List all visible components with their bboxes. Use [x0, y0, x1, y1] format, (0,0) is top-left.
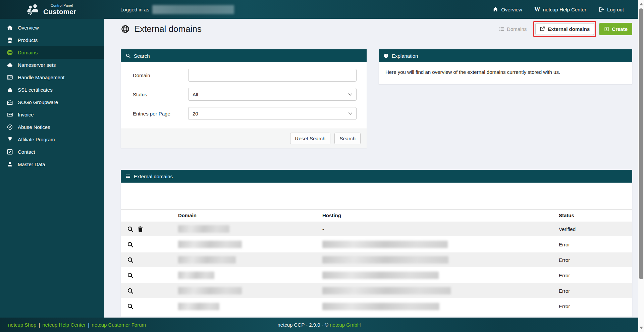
view-row-icon[interactable] — [127, 256, 134, 264]
explanation-text: Here you will find an overview of the ex… — [379, 62, 632, 84]
topnav-help-center-label: netcup Help Center — [543, 7, 586, 12]
sidebar-item-contact[interactable]: Contact — [0, 146, 104, 158]
scrollbar[interactable] — [638, 0, 644, 332]
sidebar-item-label: Affiliate Program — [18, 137, 55, 142]
plus-square-icon — [604, 27, 609, 32]
explanation-panel: Explanation Here you will find an overvi… — [379, 49, 632, 84]
sidebar-item-ssl-certificates[interactable]: SSL certificates — [0, 84, 104, 96]
frown-icon — [7, 124, 13, 130]
sidebar-item-label: SOGo Groupware — [18, 99, 58, 105]
search-icon — [125, 53, 131, 58]
app-logo: Control Panel Customer — [26, 3, 76, 16]
topbar-nav: Overview W netcup Help Center Log out — [492, 6, 624, 12]
table-row: Error — [121, 237, 632, 252]
sidebar-item-affiliate-program[interactable]: Affiliate Program — [0, 133, 104, 146]
footer-link-netcup-shop[interactable]: netcup Shop — [8, 322, 36, 328]
footer-separator: | — [88, 322, 89, 328]
footer-separator: | — [39, 322, 40, 328]
column-domain: Domain — [175, 210, 320, 222]
status-field-label: Status — [133, 92, 188, 97]
footer: netcup Shop|netcup Help Center|netcup Cu… — [0, 318, 644, 332]
domain-redacted — [178, 303, 219, 310]
sidebar-item-sogo-groupware[interactable]: SOGo Groupware — [0, 96, 104, 108]
scrollbar-down-arrow[interactable] — [640, 327, 643, 329]
footer-link-netcup-customer-forum[interactable]: netcup Customer Forum — [92, 322, 146, 328]
list-icon — [499, 26, 504, 32]
delete-row-icon[interactable] — [137, 226, 144, 233]
status-cell: Error — [556, 298, 632, 314]
scrollbar-up-arrow[interactable] — [640, 3, 643, 5]
sidebar-item-label: Handle Management — [18, 75, 64, 80]
hosting-redacted — [322, 241, 448, 248]
sidebar-item-invoice[interactable]: Invoice — [0, 108, 104, 121]
database-icon — [7, 37, 13, 43]
domain-redacted — [178, 225, 229, 233]
domain-input[interactable] — [188, 69, 357, 82]
topnav-overview[interactable]: Overview — [492, 6, 522, 12]
hosting-cell: - — [320, 221, 556, 237]
w-icon: W — [534, 6, 540, 12]
search-panel: Search Domain Status All — [121, 49, 367, 148]
sidebar-item-label: Master Data — [18, 161, 45, 167]
home-icon — [7, 25, 13, 31]
logo-line2: Customer — [43, 8, 76, 15]
id-card-icon — [7, 74, 13, 81]
sidebar-item-label: Abuse Notices — [18, 124, 50, 130]
netcup-gmbh-link[interactable]: netcup GmbH — [330, 322, 361, 328]
external-link-icon — [540, 26, 545, 32]
view-row-icon[interactable] — [127, 272, 134, 279]
create-button[interactable]: Create — [599, 23, 632, 35]
main-content: External domains Domains External domain… — [104, 19, 644, 318]
topbar: Control Panel Customer Logged in as Over… — [0, 0, 644, 19]
globe-icon — [7, 49, 13, 56]
sidebar-item-master-data[interactable]: Master Data — [0, 158, 104, 171]
cloud-icon — [7, 62, 13, 68]
sidebar-item-label: Domains — [18, 50, 38, 55]
external-domains-table: Domain Hosting Status -VerifiedErrorErro… — [121, 209, 632, 314]
external-domains-button[interactable]: External domains — [535, 23, 594, 35]
highlight-annotation: External domains — [533, 21, 596, 37]
info-icon — [383, 53, 389, 58]
sidebar-item-label: Overview — [18, 25, 39, 31]
domain-redacted — [178, 287, 242, 294]
table-row: Error — [121, 283, 632, 298]
status-cell: Error — [556, 252, 632, 268]
search-panel-header: Search — [121, 49, 367, 62]
logged-in-label: Logged in as — [120, 7, 149, 12]
view-row-icon[interactable] — [127, 241, 134, 248]
sidebar-item-nameserver-sets[interactable]: Nameserver sets — [0, 59, 104, 71]
column-actions — [121, 210, 175, 222]
table-row: -Verified — [121, 221, 632, 237]
reset-search-button[interactable]: Reset Search — [290, 133, 331, 144]
domain-redacted — [178, 241, 242, 248]
sidebar-item-domains[interactable]: Domains — [0, 46, 104, 59]
topnav-logout[interactable]: Log out — [598, 6, 624, 12]
sign-out-icon — [598, 6, 604, 12]
view-row-icon[interactable] — [127, 303, 134, 310]
logo-line1: Control Panel — [51, 4, 76, 7]
scrollbar-thumb[interactable] — [639, 8, 643, 279]
topnav-help-center[interactable]: W netcup Help Center — [534, 6, 586, 12]
column-status: Status — [556, 210, 632, 222]
search-button[interactable]: Search — [334, 133, 361, 144]
hosting-redacted — [322, 303, 439, 310]
envelope-icon — [7, 99, 13, 105]
domains-button[interactable]: Domains — [495, 23, 530, 35]
entries-per-page-select[interactable]: 20 — [188, 107, 357, 120]
sidebar-item-handle-management[interactable]: Handle Management — [0, 71, 104, 84]
user-icon — [7, 161, 13, 168]
domain-field-label: Domain — [133, 73, 188, 78]
view-row-icon[interactable] — [127, 226, 134, 233]
footer-links: netcup Shop|netcup Help Center|netcup Cu… — [8, 322, 146, 328]
footer-link-netcup-help-center[interactable]: netcup Help Center — [42, 322, 86, 328]
sidebar-item-overview[interactable]: Overview — [0, 21, 104, 34]
view-row-icon[interactable] — [127, 287, 134, 294]
external-domains-panel: External domains Domain Hosting Status -… — [121, 170, 632, 317]
sidebar-item-label: Contact — [18, 149, 35, 155]
globe-icon — [121, 25, 130, 34]
status-cell: Error — [556, 237, 632, 252]
sidebar-item-products[interactable]: Products — [0, 34, 104, 46]
table-row: Error — [121, 252, 632, 268]
sidebar-item-abuse-notices[interactable]: Abuse Notices — [0, 121, 104, 133]
status-select[interactable]: All — [188, 88, 357, 101]
